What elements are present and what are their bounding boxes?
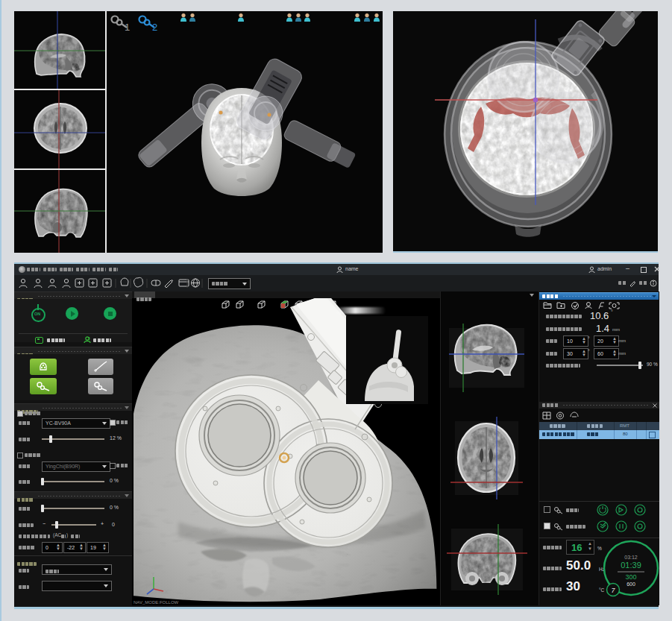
svg-text:2: 2: [152, 22, 157, 33]
svg-text:Y: Y: [151, 572, 154, 576]
svg-text:01:39: 01:39: [621, 561, 641, 570]
svg-text:1: 1: [125, 22, 130, 33]
svg-text:300: 300: [625, 573, 636, 581]
svg-text:X: X: [165, 590, 168, 594]
svg-text:03:12: 03:12: [624, 555, 638, 560]
svg-text:600: 600: [627, 581, 635, 587]
svg-text:NAV_MODE:FOLLOW: NAV_MODE:FOLLOW: [134, 600, 179, 605]
